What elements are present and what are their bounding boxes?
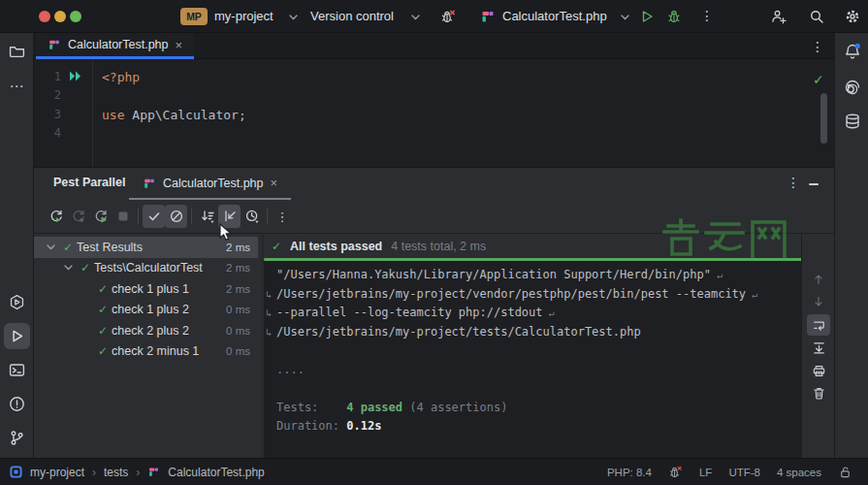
console-line: ↳/Users/jetbrains/my-project/tests/Calcu… <box>276 325 803 344</box>
project-badge-label: MP <box>186 11 202 22</box>
console-output[interactable]: "/Users/Hanna.Yakush/Library/Application… <box>264 261 803 459</box>
line-ending-widget[interactable]: LF <box>699 467 712 478</box>
panel-options-icon[interactable]: ⋮ <box>787 175 800 190</box>
breadcrumb-separator: › <box>92 466 96 479</box>
editor-scrollbar[interactable] <box>820 93 827 144</box>
close-tab-icon[interactable]: × <box>271 177 278 189</box>
toolbar-more-icon[interactable]: ⋮ <box>272 205 294 228</box>
run-configuration-selector[interactable]: CalculatorTest.php <box>502 9 607 23</box>
tree-row-suite[interactable]: ✓ Tests\CalculatorTest 2 ms <box>34 258 258 279</box>
zoom-window-button[interactable] <box>70 11 81 22</box>
breadcrumb-project[interactable]: my-project <box>30 466 84 479</box>
show-passed-toggle[interactable] <box>143 205 165 228</box>
scroll-to-end-icon[interactable] <box>807 337 830 358</box>
test-passed-icon: ✓ <box>94 303 112 316</box>
more-tool-windows-button[interactable]: ⋯ <box>4 73 30 99</box>
writable-lock-icon[interactable] <box>838 465 852 479</box>
add-user-icon[interactable] <box>771 9 787 24</box>
run-tool-window: Pest Parallel CalculatorTest.php × ⋮ <box>34 167 834 458</box>
debug-button[interactable] <box>666 9 682 24</box>
ai-assistant-icon[interactable] <box>839 74 865 100</box>
tree-label: check 1 plus 2 <box>112 303 189 316</box>
test-history-button[interactable] <box>241 205 263 228</box>
hide-panel-icon[interactable] <box>809 183 819 185</box>
chevron-down-icon <box>289 15 298 20</box>
version-control-tool-button[interactable] <box>4 425 30 451</box>
tab-options-icon[interactable]: ⋮ <box>811 39 824 54</box>
line-number: 3 <box>34 108 61 121</box>
tree-time: 2 ms <box>226 262 250 274</box>
close-tab-icon[interactable]: × <box>176 39 183 51</box>
navigate-with-single-click-button[interactable] <box>218 205 241 228</box>
services-tool-button[interactable] <box>4 289 30 315</box>
chevron-down-icon <box>411 15 420 20</box>
status-bar: my-project › tests › CalculatorTest.php … <box>0 458 868 485</box>
chevron-down-icon[interactable] <box>42 244 59 250</box>
tree-row-test[interactable]: ✓ check 1 plus 1 2 ms <box>34 278 258 300</box>
tree-row-test-results[interactable]: ✓ Test Results 2 ms <box>34 237 258 258</box>
show-ignored-toggle[interactable] <box>165 205 187 228</box>
terminal-tool-button[interactable] <box>4 357 30 383</box>
project-tool-button[interactable] <box>4 38 30 64</box>
breadcrumb-file[interactable]: CalculatorTest.php <box>168 466 264 479</box>
settings-gear-icon[interactable] <box>845 9 860 24</box>
code-editor[interactable]: 1 2 3 4 <?php use App\Calculator; ✓ <box>34 59 834 167</box>
title-bar: MP my-project Version control Calculator… <box>0 0 868 33</box>
more-actions-icon[interactable]: ⋮ <box>700 8 714 23</box>
toolbar-divider <box>187 207 196 226</box>
run-button[interactable] <box>639 9 655 24</box>
duration-label: Duration: <box>276 419 346 433</box>
tests-label: Tests: <box>276 401 346 414</box>
rerun-failed-tests-button[interactable] <box>67 205 89 228</box>
debugger-disabled-icon[interactable] <box>440 9 456 24</box>
run-all-tests-gutter-icon[interactable] <box>69 71 82 81</box>
rerun-tests-button[interactable] <box>45 205 67 228</box>
project-menu[interactable]: my-project <box>214 9 273 23</box>
tree-row-test[interactable]: ✓ check 1 plus 2 0 ms <box>34 300 258 321</box>
stop-button[interactable] <box>112 205 134 228</box>
tree-row-test[interactable]: ✓ check 2 minus 1 0 ms <box>34 341 258 363</box>
test-passed-icon: ✓ <box>59 241 77 254</box>
next-occurrence-icon[interactable] <box>807 291 830 312</box>
sort-by-duration-button[interactable] <box>196 205 218 228</box>
console-text: /Users/jetbrains/my-project/tests/Calcul… <box>276 325 641 339</box>
more-vertical-icon: ⋮ <box>276 210 290 224</box>
console-line: ↳--parallel --log-teamcity php://stdout↵ <box>276 306 803 325</box>
search-icon[interactable] <box>809 9 824 24</box>
editor-tab-label: CalculatorTest.php <box>68 38 169 51</box>
php-version-widget[interactable]: PHP: 8.4 <box>607 467 652 478</box>
test-passed-icon: ✓ <box>94 324 112 338</box>
version-control-menu[interactable]: Version control <box>310 9 394 23</box>
toggle-auto-test-button[interactable] <box>89 205 112 228</box>
panel-tab-calculatortest[interactable]: CalculatorTest.php × <box>129 168 291 200</box>
problems-tool-button[interactable] <box>4 391 30 417</box>
chevron-down-icon[interactable] <box>59 265 77 271</box>
tree-row-test[interactable]: ✓ check 2 plus 2 0 ms <box>34 320 258 341</box>
project-badge: MP <box>180 8 208 25</box>
run-tool-button[interactable] <box>4 323 30 349</box>
database-icon[interactable] <box>839 108 865 134</box>
prev-occurrence-icon[interactable] <box>807 269 830 290</box>
editor-tab-bar: CalculatorTest.php × ⋮ <box>34 33 834 59</box>
close-window-button[interactable] <box>39 11 50 22</box>
breadcrumb: my-project › tests › CalculatorTest.php <box>0 466 265 479</box>
test-console[interactable]: ✓ All tests passed 4 tests total, 2 ms "… <box>262 234 801 459</box>
pest-file-icon <box>143 177 156 190</box>
panel-tab-label: CalculatorTest.php <box>163 177 264 190</box>
code-line-1: <?php <box>102 70 140 84</box>
breadcrumb-tests[interactable]: tests <box>104 466 128 479</box>
debug-listener-icon[interactable] <box>668 465 683 479</box>
notifications-bell-icon[interactable] <box>839 38 865 64</box>
keyword-use: use <box>102 108 124 122</box>
minimize-window-button[interactable] <box>54 11 66 22</box>
more-horizontal-icon: ⋯ <box>10 78 25 95</box>
encoding-widget[interactable]: UTF-8 <box>728 467 760 478</box>
print-icon[interactable] <box>807 360 830 381</box>
editor-tab-calculatortest[interactable]: CalculatorTest.php × <box>36 33 194 59</box>
inspections-passed-icon[interactable]: ✓ <box>813 72 824 87</box>
indent-widget[interactable]: 4 spaces <box>777 467 821 478</box>
soft-wrap-toggle[interactable] <box>807 314 830 336</box>
clear-console-icon[interactable] <box>807 382 830 404</box>
pest-file-icon <box>147 466 160 478</box>
test-tree[interactable]: ✓ Test Results 2 ms ✓ Tests\CalculatorTe… <box>34 234 258 459</box>
